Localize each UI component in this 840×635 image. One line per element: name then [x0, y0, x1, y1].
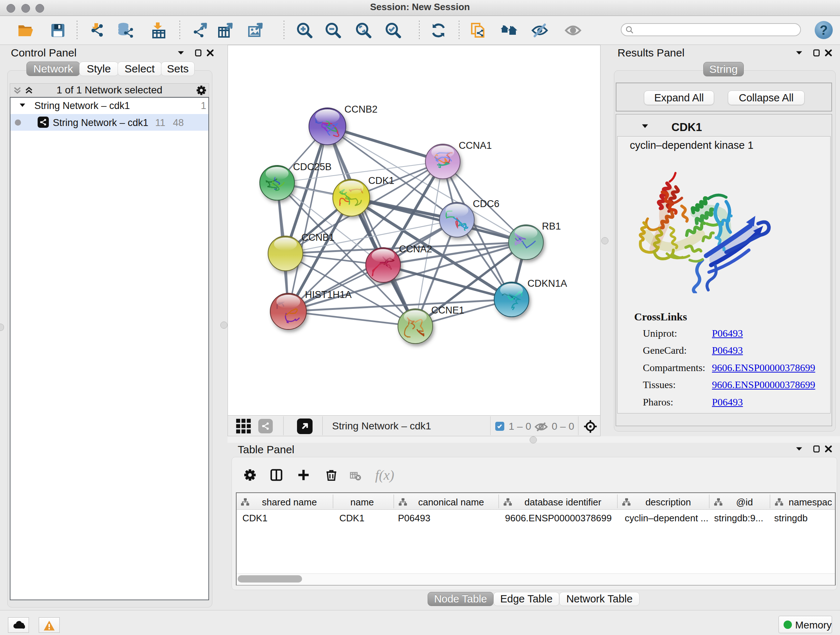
svg-text:CCNE1: CCNE1 [431, 305, 464, 316]
svg-text:CDK1: CDK1 [368, 175, 394, 186]
svg-text:CCNB2: CCNB2 [344, 104, 378, 115]
svg-text:HIST1H1A: HIST1H1A [305, 289, 352, 300]
svg-text:CDC25B: CDC25B [293, 162, 332, 172]
svg-text:CCNB1: CCNB1 [302, 232, 335, 243]
svg-text:CCNA1: CCNA1 [459, 140, 492, 151]
svg-text:RB1: RB1 [542, 221, 561, 232]
svg-text:CDC6: CDC6 [473, 198, 500, 209]
svg-text:CDKN1A: CDKN1A [527, 278, 567, 289]
svg-text:CCNA2: CCNA2 [399, 244, 432, 255]
